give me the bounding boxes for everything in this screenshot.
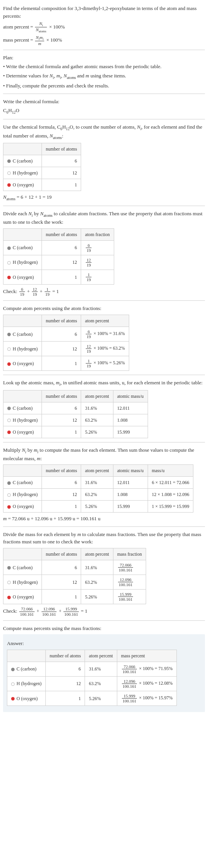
table-row: H (hydrogen)1263.2%1.008 xyxy=(3,414,148,426)
table-row: H (hydrogen)1263.2%12.096100.161 xyxy=(3,575,146,590)
table-row: C (carbon)631.6%12.0116 × 12.011 = 72.06… xyxy=(3,477,193,489)
table-row: C (carbon)631.6%12.011 xyxy=(3,402,148,414)
write-formula-header: Write the chemical formula: xyxy=(3,98,205,106)
answer-table: number of atomsatom percentmass percent … xyxy=(7,650,177,706)
table-row: O (oxygen)1 xyxy=(3,179,81,191)
atom-percent-formula: atom percent = NiNatoms × 100% xyxy=(3,21,205,34)
answer-label: Answer: xyxy=(7,640,201,647)
table-row: O (oxygen)15.26%15.999100.161 xyxy=(3,590,146,604)
table-row: O (oxygen)15.26%15.999100.161 × 100% = 1… xyxy=(7,691,177,706)
oxygen-swatch xyxy=(7,183,11,187)
table-row: O (oxygen)15.26%15.999 xyxy=(3,426,148,438)
atom-percent-table: number of atomsatom percent C (carbon)66… xyxy=(3,315,129,371)
table-row: O (oxygen)1119 × 100% = 5.26% xyxy=(3,356,129,371)
mass-sum: m = 72.066 u + 12.096 u + 15.999 u = 100… xyxy=(3,515,205,523)
atom-fraction-check: Check: 619 + 1219 + 119 = 1 xyxy=(3,287,205,297)
mass-fraction-text: Divide the mass for each element by m to… xyxy=(3,531,205,546)
divider xyxy=(3,300,205,301)
table-row: C (carbon)6 xyxy=(3,155,81,167)
divider xyxy=(3,526,205,527)
atom-fractions-text: Divide each Ni by Natoms to calculate at… xyxy=(3,210,205,226)
table-row: O (oxygen)15.26%15.9991 × 15.999 = 15.99… xyxy=(3,501,193,513)
mass-percents-text: Compute mass percents using the mass fra… xyxy=(3,625,205,632)
divider xyxy=(3,442,205,442)
atoms-table: number of atoms C (carbon)6 H (hydrogen)… xyxy=(3,143,81,191)
table-row: C (carbon)631.6%72.066100.161 xyxy=(3,560,146,575)
mass-fraction-check: Check: 72.066100.161 + 12.096100.161 + 1… xyxy=(3,607,205,616)
carbon-swatch xyxy=(7,159,11,163)
mass-table: number of atomsatom percentatomic mass/u… xyxy=(3,464,193,513)
table-row: H (hydrogen)1263.2%1.00812 × 1.008 = 12.… xyxy=(3,489,193,501)
answer-box: Answer: number of atomsatom percentmass … xyxy=(3,634,205,712)
table-row: H (hydrogen)1263.2%12.096100.161 × 100% … xyxy=(7,676,177,691)
plan-bullet-1: • Write the chemical formula and gather … xyxy=(3,63,205,70)
hydrogen-swatch xyxy=(7,171,11,175)
plan-header: Plan: xyxy=(3,54,205,62)
atom-percents-text: Compute atom percents using the atom fra… xyxy=(3,305,205,312)
mass-compute-text: Multiply Ni by mi to compute the mass fo… xyxy=(3,446,205,462)
natoms-sum: Natoms = 6 + 12 + 1 = 19 xyxy=(3,193,205,202)
divider xyxy=(3,375,205,375)
mass-fraction-table: number of atomsatom percentmass fraction… xyxy=(3,548,146,605)
divider xyxy=(3,94,205,94)
count-atoms-text: Use the chemical formula, C6H12O, to cou… xyxy=(3,123,205,140)
atom-fraction-table: number of atomsatom fraction C (carbon)6… xyxy=(3,228,114,285)
plan-bullet-2: • Determine values for Ni, mi, Natoms an… xyxy=(3,72,205,80)
table-row: H (hydrogen)121219 × 100% = 63.2% xyxy=(3,342,129,356)
divider xyxy=(3,206,205,206)
intro-line: Find the elemental composition for 3,3-d… xyxy=(3,5,205,20)
divider xyxy=(3,119,205,119)
mass-percent-formula: mass percent = Nimim × 100% xyxy=(3,35,205,46)
chemical-formula: C6H12O xyxy=(3,107,205,115)
table-row: C (carbon)6619 × 100% = 31.6% xyxy=(3,327,129,341)
plan-bullet-3: • Finally, compute the percents and chec… xyxy=(3,82,205,90)
divider xyxy=(3,620,205,621)
atomic-mass-text: Look up the atomic mass, mi, in unified … xyxy=(3,379,205,387)
table-row: O (oxygen)1119 xyxy=(3,270,114,285)
table-row: C (carbon)631.6%72.066100.161 × 100% = 7… xyxy=(7,662,177,676)
table-row: H (hydrogen)12 xyxy=(3,167,81,179)
divider xyxy=(3,50,205,50)
table-row: C (carbon)6619 xyxy=(3,240,114,255)
atomic-mass-table: number of atomsatom percentatomic mass/u… xyxy=(3,390,148,438)
table-row: H (hydrogen)121219 xyxy=(3,255,114,270)
